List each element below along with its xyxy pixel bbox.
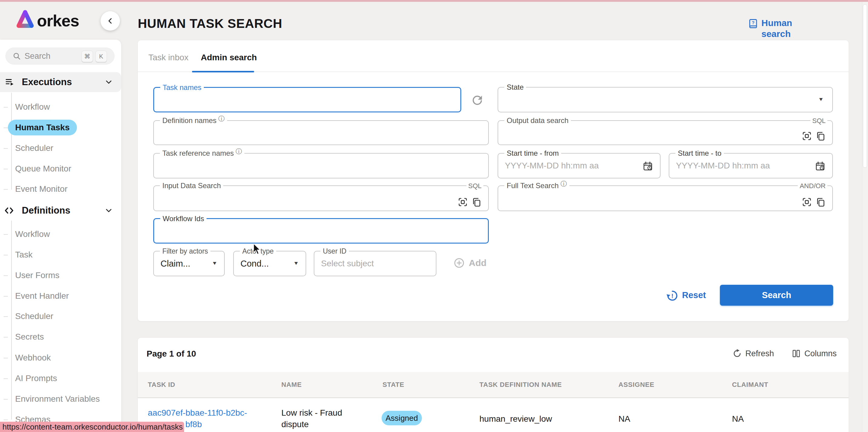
orkes-logo-icon — [15, 9, 35, 29]
sql-tag: SQL — [468, 182, 482, 190]
definition-names-field[interactable]: Definition namesⓘ — [153, 120, 489, 145]
sidebar-item-webhook[interactable]: Webhook — [8, 350, 58, 366]
mouse-cursor — [253, 244, 262, 256]
calendar-icon[interactable] — [815, 161, 826, 172]
sidebar-item-event-handler[interactable]: Event Handler — [8, 288, 76, 304]
task-names-input[interactable] — [154, 88, 460, 112]
sidebar-section-definitions[interactable]: Definitions — [0, 200, 121, 220]
top-strip — [0, 0, 868, 2]
sidebar-item-secrets[interactable]: Secrets — [8, 329, 51, 345]
search-button-label: Search — [762, 290, 792, 300]
workflow-ids-input[interactable] — [154, 219, 488, 243]
task-name: Low risk - Fraud — [281, 408, 342, 418]
svg-text:?: ? — [752, 20, 754, 25]
col-task-id: TASK ID — [148, 380, 175, 390]
sidebar-item-task[interactable]: Task — [8, 247, 40, 263]
sidebar-search-box[interactable]: Search ⌘ K — [5, 48, 115, 64]
expand-icon[interactable] — [801, 196, 812, 208]
input-data-search-field[interactable]: Input Data Search SQL — [153, 185, 489, 211]
start-time-from-input[interactable] — [498, 154, 639, 178]
task-reference-names-input[interactable] — [154, 154, 488, 178]
sidebar-item-user-forms[interactable]: User Forms — [8, 268, 67, 283]
user-id-field[interactable]: User ID — [314, 251, 436, 276]
col-claimant: CLAIMANT — [732, 380, 768, 390]
status-badge: Assigned — [382, 411, 422, 425]
task-id-link[interactable]: aac907ef-bbae-11f0-b2bc- — [148, 408, 247, 418]
refresh-icon — [732, 348, 742, 359]
page-info: Page 1 of 10 — [147, 348, 196, 359]
assignee: NA — [618, 414, 630, 424]
calendar-icon[interactable] — [642, 161, 653, 172]
sidebar-item-def-scheduler[interactable]: Scheduler — [8, 308, 61, 324]
sidebar-collapse-button[interactable] — [100, 11, 120, 31]
reset-label: Reset — [682, 288, 706, 302]
definitions-label: Definitions — [22, 200, 70, 220]
expand-icon[interactable] — [801, 130, 812, 142]
plus-circle-icon — [453, 257, 465, 269]
sidebar-item-queue-monitor[interactable]: Queue Monitor — [8, 161, 79, 177]
link-status-tooltip: https://content-team.orkesconductor.io/h… — [0, 422, 184, 432]
chevron-left-icon — [106, 17, 115, 26]
state-label: State — [507, 83, 524, 91]
k-keycap: K — [95, 51, 107, 62]
input-data-search-input[interactable] — [154, 186, 452, 211]
sidebar-item-event-monitor[interactable]: Event Monitor — [8, 181, 75, 197]
expand-icon[interactable] — [457, 196, 468, 208]
svg-text:!: ! — [671, 292, 673, 299]
search-button[interactable]: Search — [720, 285, 833, 306]
start-time-to-input[interactable] — [669, 154, 811, 178]
col-name: NAME — [281, 380, 302, 390]
filter-by-actors-select[interactable]: Filter by actors Claim... ▼ — [153, 251, 225, 276]
claimant: NA — [732, 414, 744, 424]
sidebar-section-executions[interactable]: Executions — [0, 72, 121, 92]
search-icon — [12, 52, 22, 61]
task-id-link-line2[interactable]: bf8b — [185, 419, 202, 430]
columns-label: Columns — [804, 348, 837, 359]
reset-icon: ! — [666, 289, 679, 302]
dropdown-arrow-icon[interactable]: ▼ — [818, 97, 824, 102]
tab-admin-search[interactable]: Admin search — [201, 52, 257, 64]
definition-names-input[interactable] — [154, 121, 488, 145]
actor-type-select[interactable]: Actor type Cond... ▼ — [233, 251, 306, 276]
dropdown-arrow-icon[interactable]: ▼ — [212, 260, 217, 266]
and-or-tag: AND/OR — [800, 182, 826, 190]
executions-label: Executions — [22, 72, 72, 92]
output-data-search-input[interactable] — [498, 121, 796, 145]
task-definition-name: human_review_low — [479, 414, 552, 424]
add-label: Add — [469, 257, 486, 269]
start-time-to-field[interactable]: Start time - to — [669, 153, 833, 179]
sidebar-item-environment-variables[interactable]: Environment Variables — [8, 391, 107, 407]
copy-icon[interactable] — [815, 196, 826, 208]
page-title: HUMAN TASK SEARCH — [138, 17, 282, 31]
search-placeholder: Search — [25, 51, 51, 61]
chevron-down-icon — [104, 78, 113, 87]
copy-icon[interactable] — [471, 196, 482, 208]
user-id-input[interactable] — [314, 251, 436, 276]
sidebar-item-exec-workflow[interactable]: Workflow — [8, 99, 57, 115]
task-name-line2: dispute — [281, 419, 309, 430]
col-state: STATE — [382, 380, 404, 390]
sidebar-item-def-workflow[interactable]: Workflow — [8, 226, 57, 242]
sidebar-item-exec-scheduler[interactable]: Scheduler — [8, 140, 61, 156]
task-reference-names-field[interactable]: Task reference namesⓘ — [153, 153, 489, 179]
docs-book-icon: ? — [747, 18, 758, 29]
copy-icon[interactable] — [815, 130, 826, 142]
start-time-from-field[interactable]: Start time - from — [498, 153, 660, 179]
columns-icon — [791, 348, 801, 359]
filter-by-actors-value: Claim... — [160, 251, 190, 276]
full-text-search-field[interactable]: Full Text Searchⓘ AND/OR — [498, 185, 833, 211]
state-select[interactable]: State ▼ — [498, 87, 833, 113]
scrollbar-thumb[interactable] — [863, 4, 867, 168]
admin-search-panel — [138, 40, 848, 321]
task-names-field[interactable]: Task names — [153, 87, 461, 113]
sidebar-item-ai-prompts[interactable]: AI Prompts — [8, 370, 64, 386]
dropdown-arrow-icon[interactable]: ▼ — [293, 260, 299, 266]
logo-wordmark: orkes — [37, 11, 79, 30]
workflow-ids-field[interactable]: Workflow Ids — [153, 218, 489, 244]
refresh-task-names-icon[interactable] — [470, 93, 484, 107]
full-text-search-input[interactable] — [498, 186, 796, 211]
output-data-search-field[interactable]: Output data search SQL — [498, 120, 833, 145]
sidebar-item-human-tasks[interactable]: Human Tasks — [8, 120, 77, 135]
tab-task-inbox[interactable]: Task inbox — [148, 52, 188, 64]
cmd-keycap: ⌘ — [82, 51, 93, 62]
